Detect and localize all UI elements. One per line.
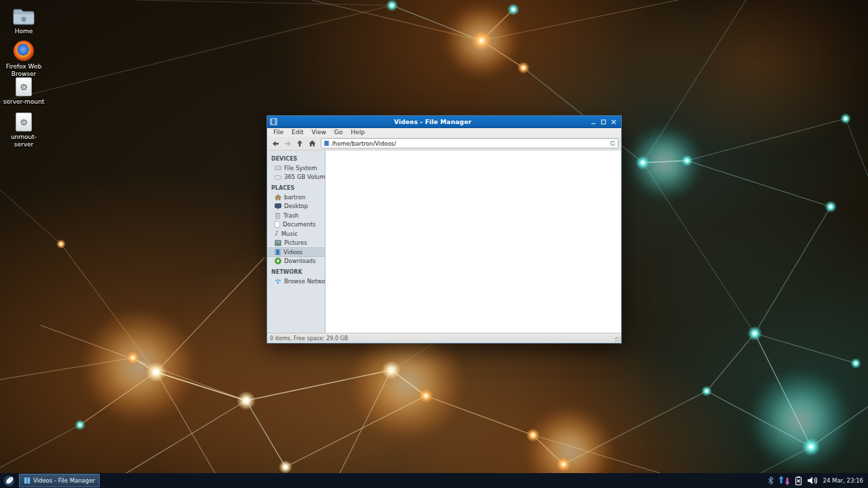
video-film-icon	[275, 249, 281, 256]
desktop-icon-label: server-mount	[3, 98, 44, 106]
menu-edit[interactable]: Edit	[288, 128, 307, 137]
close-button[interactable]	[608, 117, 618, 126]
sidebar-header-places: PLACES	[267, 182, 325, 192]
file-list-view[interactable]	[326, 150, 621, 333]
path-text: /home/bartron/Videos/	[332, 140, 608, 147]
system-tray: 24 Mar, 23:16	[768, 475, 868, 486]
sidebar-item-file-system[interactable]: File System	[267, 163, 325, 173]
desktop-icon-unmout-server[interactable]: ⚙ unmout-server	[1, 113, 46, 149]
reload-button[interactable]	[610, 140, 616, 146]
sidebar-item-downloads[interactable]: Downloads	[267, 257, 325, 266]
path-entry[interactable]: /home/bartron/Videos/	[321, 138, 618, 148]
sidebar-item-bartron[interactable]: bartron	[267, 192, 325, 202]
desktop-icon-label: Home	[15, 28, 33, 35]
forward-icon	[284, 140, 292, 147]
sidebar-item-browse-network[interactable]: Browse Network	[267, 277, 325, 286]
desktop-wallpaper: Home Firefox Web Browser ⚙ server-mount …	[0, 0, 868, 488]
firefox-icon	[14, 41, 34, 61]
status-text: 0 items, Free space: 29.0 GB	[270, 336, 348, 342]
sidebar-item-365-gb-volume[interactable]: 365 GB Volume	[267, 173, 325, 182]
desktop-icon-firefox[interactable]: Firefox Web Browser	[1, 41, 46, 79]
back-button[interactable]	[270, 138, 281, 148]
maximize-button[interactable]	[598, 117, 608, 126]
video-film-icon	[24, 477, 31, 484]
video-film-icon	[270, 118, 277, 125]
clock[interactable]: 24 Mar, 23:16	[823, 477, 863, 484]
sidebar-header-devices: DEVICES	[267, 152, 325, 163]
home-button[interactable]	[307, 138, 317, 148]
toolbar: /home/bartron/Videos/	[267, 137, 621, 150]
back-icon	[272, 140, 279, 147]
menu-file[interactable]: File	[269, 128, 288, 137]
script-gear-icon: ⚙	[16, 113, 32, 131]
desktop-icon-label: unmout-server	[1, 134, 46, 149]
forward-button[interactable]	[282, 138, 293, 148]
home-icon	[309, 140, 316, 147]
up-icon	[296, 140, 303, 147]
sidebar: DEVICES File System 365 GB Volume PLACES…	[267, 150, 326, 333]
drive-icon	[275, 165, 281, 171]
desktop-icon-label: Firefox Web Browser	[1, 63, 46, 79]
menu-go[interactable]: Go	[330, 128, 347, 137]
home-icon	[275, 194, 281, 201]
taskbar-window-label: Videos - File Manager	[33, 477, 95, 484]
statusbar: 0 items, Free space: 29.0 GB	[267, 333, 621, 343]
video-film-icon	[323, 140, 330, 146]
menu-view[interactable]: View	[308, 128, 330, 137]
download-icon	[275, 258, 281, 264]
up-button[interactable]	[294, 138, 305, 148]
desktop-icon-home[interactable]: Home	[1, 8, 46, 35]
titlebar[interactable]: Videos - File Manager	[267, 116, 621, 128]
desktop-icon-server-mount[interactable]: ⚙ server-mount	[1, 77, 46, 106]
sidebar-item-music[interactable]: ♪ Music	[267, 229, 325, 239]
script-gear-icon: ⚙	[16, 77, 32, 96]
home-folder-icon	[12, 8, 35, 26]
window-body: DEVICES File System 365 GB Volume PLACES…	[267, 150, 621, 333]
bluetooth-icon[interactable]	[768, 476, 774, 485]
sidebar-item-desktop[interactable]: Desktop	[267, 202, 325, 211]
menubar: File Edit View Go Help	[267, 128, 621, 137]
sidebar-item-pictures[interactable]: Pictures	[267, 239, 325, 248]
document-icon	[275, 221, 280, 228]
music-icon: ♪	[275, 230, 279, 237]
sidebar-header-network: NETWORK	[267, 266, 325, 277]
volume-icon[interactable]	[807, 476, 818, 485]
image-icon	[275, 240, 281, 246]
battery-missing-icon[interactable]	[795, 476, 802, 485]
menu-help[interactable]: Help	[347, 128, 369, 137]
taskbar: Videos - File Manager	[0, 473, 868, 488]
taskbar-window-button[interactable]: Videos - File Manager	[19, 474, 100, 487]
sidebar-item-documents[interactable]: Documents	[267, 220, 325, 230]
applications-menu-button[interactable]	[0, 473, 18, 488]
file-manager-window: Videos - File Manager File Edit View Go …	[267, 115, 622, 344]
sidebar-item-videos[interactable]: Videos	[267, 247, 325, 257]
whisker-menu-icon	[3, 475, 15, 487]
trash-icon	[275, 212, 281, 219]
reload-icon	[610, 140, 616, 146]
network-icon	[275, 278, 281, 284]
window-title: Videos - File Manager	[277, 119, 588, 125]
desktop-icon	[275, 203, 281, 209]
sidebar-item-trash[interactable]: Trash	[267, 211, 325, 220]
network-traffic-icon[interactable]	[778, 475, 790, 486]
minimize-button[interactable]	[588, 117, 598, 126]
resize-grip[interactable]	[615, 337, 620, 342]
drive-icon	[275, 174, 281, 180]
